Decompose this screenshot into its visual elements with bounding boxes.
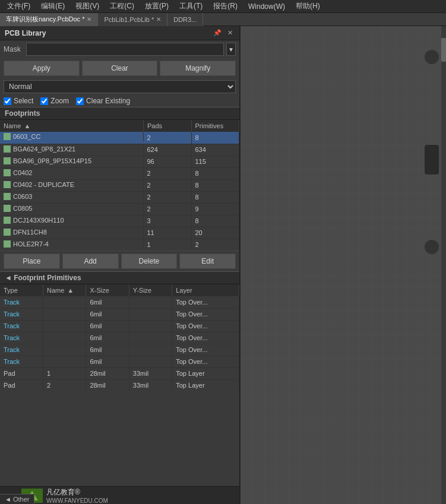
zoom-label: Zoom xyxy=(50,97,69,105)
prim-col-xsize[interactable]: X-Size xyxy=(86,284,129,296)
other-tab[interactable]: ◄ Other xyxy=(0,494,34,504)
fp-cell-pads: 1 xyxy=(144,239,192,251)
menu-help[interactable]: 帮助(H) xyxy=(291,0,325,12)
tab-pcblib[interactable]: PcbLib1.PcbLib * ✕ xyxy=(98,13,167,26)
primitives-table[interactable]: Type Name ▲ X-Size Y-Size Layer Track6mi… xyxy=(0,284,239,391)
prim-cell-type: Track xyxy=(0,320,43,332)
prim-cell-layer: Top Over... xyxy=(172,332,239,344)
canvas-scrollbar[interactable] xyxy=(441,26,446,504)
tab-ddr3[interactable]: DDR3... xyxy=(167,13,203,26)
zoom-checkbox[interactable] xyxy=(40,97,48,105)
mask-input[interactable] xyxy=(26,43,224,56)
prim-cell-name xyxy=(43,320,86,332)
fp-table-row[interactable]: C0402 - DUPLICATE28 xyxy=(0,179,239,191)
prim-cell-xsize: 28mil xyxy=(86,367,129,379)
prim-cell-type: Track xyxy=(0,332,43,344)
fp-cell-pads: 624 xyxy=(144,144,192,156)
fp-cell-pads: 11 xyxy=(144,227,192,239)
prim-cell-xsize: 28mil xyxy=(86,379,129,391)
pcb-canvas[interactable] xyxy=(241,26,446,504)
fp-col-pads[interactable]: Pads xyxy=(144,120,192,132)
prim-cell-type: Pad xyxy=(0,367,43,379)
select-checkbox-label: Select xyxy=(4,97,33,105)
checkbox-row: Select Zoom Clear Existing xyxy=(0,95,239,107)
prim-table-row[interactable]: Track6milTop Over... xyxy=(0,356,239,367)
menu-window[interactable]: Window(W) xyxy=(243,1,290,12)
prim-cell-name xyxy=(43,332,86,344)
panel-close-btn[interactable]: ✕ xyxy=(226,29,235,37)
menubar: 文件(F) 编辑(E) 视图(V) 工程(C) 放置(P) 工具(T) 报告(R… xyxy=(0,0,446,13)
tab-pcbdoc-close[interactable]: ✕ xyxy=(87,16,91,23)
fp-table-row[interactable]: DCJ143X90H11038 xyxy=(0,215,239,227)
pcb-rect-1 xyxy=(425,145,439,175)
prim-table-row[interactable]: Pad228mil33milTop Layer xyxy=(0,379,239,391)
prim-table-row[interactable]: Pad128mil33milTop Layer xyxy=(0,367,239,379)
clear-existing-checkbox[interactable] xyxy=(76,97,84,105)
menu-place[interactable]: 放置(P) xyxy=(140,0,173,12)
prim-cell-type: Track xyxy=(0,344,43,356)
fp-table-row[interactable]: C060328 xyxy=(0,191,239,203)
prim-col-type[interactable]: Type xyxy=(0,284,43,296)
prim-cell-ysize xyxy=(129,308,172,320)
prim-cell-type: Track xyxy=(0,296,43,308)
menu-file[interactable]: 文件(F) xyxy=(2,0,35,12)
fp-table-row[interactable]: C080529 xyxy=(0,203,239,215)
fp-cell-name: BGA96_0P8_9P15X14P15 xyxy=(0,156,144,166)
normal-select[interactable]: Normal xyxy=(4,80,236,93)
left-panel: PCB Library 📌 ✕ Mask ▼ Apply Clear Magni… xyxy=(0,26,241,504)
menu-project[interactable]: 工程(C) xyxy=(105,0,139,12)
place-button[interactable]: Place xyxy=(4,253,60,269)
prim-cell-name xyxy=(43,344,86,356)
scrollbar-thumb[interactable] xyxy=(441,38,446,62)
fp-row-icon xyxy=(4,181,11,188)
fp-table-row[interactable]: HOLE2R7-412 xyxy=(0,239,239,251)
fp-table-row[interactable]: C040228 xyxy=(0,167,239,179)
fp-row-icon xyxy=(4,229,11,236)
prim-col-layer[interactable]: Layer xyxy=(172,284,239,296)
menu-view[interactable]: 视图(V) xyxy=(71,0,104,12)
panel-pin-btn[interactable]: 📌 xyxy=(211,29,223,37)
fp-cell-primitives: 20 xyxy=(191,227,239,239)
prim-col-name[interactable]: Name ▲ xyxy=(43,284,86,296)
prim-cell-type: Pad xyxy=(0,379,43,391)
menu-edit[interactable]: 编辑(E) xyxy=(36,0,69,12)
menu-tools[interactable]: 工具(T) xyxy=(175,0,207,12)
prim-cell-type: Track xyxy=(0,356,43,367)
fp-col-primitives[interactable]: Primitives xyxy=(191,120,239,132)
footprints-table[interactable]: Name ▲ Pads Primitives 0603_CC28BGA624_0… xyxy=(0,120,239,251)
edit-button[interactable]: Edit xyxy=(179,253,236,269)
fp-col-name[interactable]: Name ▲ xyxy=(0,120,144,132)
normal-row: Normal xyxy=(0,78,239,95)
prim-cell-layer: Top Layer xyxy=(172,367,239,379)
prim-table-row[interactable]: Track6milTop Over... xyxy=(0,320,239,332)
zoom-checkbox-label: Zoom xyxy=(40,97,69,105)
prim-cell-ysize: 33mil xyxy=(129,379,172,391)
main-layout: PCB Library 📌 ✕ Mask ▼ Apply Clear Magni… xyxy=(0,26,446,504)
prim-col-ysize[interactable]: Y-Size xyxy=(129,284,172,296)
fp-row-icon xyxy=(4,145,11,153)
prim-table-row[interactable]: Track6milTop Over... xyxy=(0,296,239,308)
prim-table-row[interactable]: Track6milTop Over... xyxy=(0,332,239,344)
mask-dropdown[interactable]: ▼ xyxy=(226,43,236,56)
menu-report[interactable]: 报告(R) xyxy=(208,0,242,12)
apply-button[interactable]: Apply xyxy=(4,61,80,76)
name-sort-arrow: ▲ xyxy=(24,122,30,129)
tab-pcbdoc[interactable]: 车牌识别板nancy.PcbDoc * ✕ xyxy=(0,13,98,26)
fp-cell-primitives: 8 xyxy=(191,215,239,227)
fp-table-row[interactable]: 0603_CC28 xyxy=(0,132,239,144)
clear-button[interactable]: Clear xyxy=(82,61,158,76)
logo-text-container: 凡亿教育® WWW.FANYEDU.COM xyxy=(46,487,108,504)
fp-table-row[interactable]: BGA96_0P8_9P15X14P1596115 xyxy=(0,156,239,167)
tab-pcblib-close[interactable]: ✕ xyxy=(156,16,161,23)
delete-button[interactable]: Delete xyxy=(121,253,178,269)
add-button[interactable]: Add xyxy=(62,253,119,269)
fp-cell-primitives: 2 xyxy=(191,239,239,251)
select-checkbox[interactable] xyxy=(4,97,11,105)
prim-table-row[interactable]: Track6milTop Over... xyxy=(0,308,239,320)
prim-cell-name xyxy=(43,308,86,320)
fp-table-row[interactable]: BGA624_0P8_21X21624634 xyxy=(0,144,239,156)
magnify-button[interactable]: Magnify xyxy=(160,61,236,76)
fp-table-row[interactable]: DFN11CH81120 xyxy=(0,227,239,239)
prim-table-row[interactable]: Track6milTop Over... xyxy=(0,344,239,356)
prim-cell-ysize xyxy=(129,332,172,344)
